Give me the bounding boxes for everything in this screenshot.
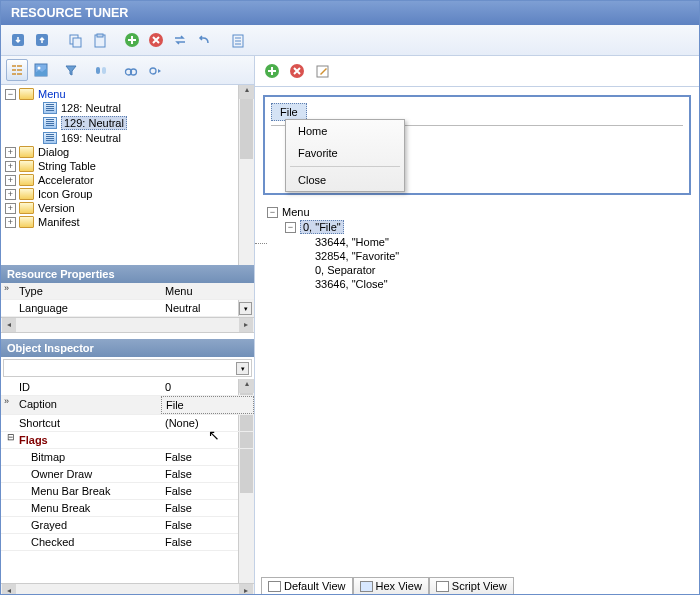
mt-node-sep[interactable]: 0, Separator [315,264,376,276]
flag-name: Owner Draw [1,466,161,482]
left-panel: ▴ −Menu 128: Neutral 129: Neutral 169: N… [1,56,255,595]
toggle-icon[interactable] [90,59,112,81]
tree-leaf[interactable]: 128: Neutral [61,102,121,114]
scroll-left-icon[interactable]: ◂ [2,584,16,595]
undo-icon[interactable] [193,29,215,51]
find-next-icon[interactable] [144,59,166,81]
expand-icon[interactable]: + [5,217,16,228]
tree-leaf[interactable]: 169: Neutral [61,132,121,144]
collapse-icon[interactable]: − [285,222,296,233]
expand-icon[interactable]: + [5,203,16,214]
delete-icon[interactable] [286,60,308,82]
flag-value[interactable]: False [161,483,254,499]
filter-icon[interactable] [60,59,82,81]
popup-item-favorite[interactable]: Favorite [286,142,404,164]
flag-name: Menu Break [1,500,161,516]
tree-root[interactable]: Menu [38,88,66,100]
resource-tree[interactable]: ▴ −Menu 128: Neutral 129: Neutral 169: N… [1,85,254,265]
upload-icon[interactable] [31,29,53,51]
svg-rect-3 [73,38,81,47]
tree-sibling[interactable]: Dialog [38,146,69,158]
folder-icon [19,146,34,158]
flag-name: Grayed [1,517,161,533]
svg-point-15 [150,68,156,74]
tree-vscroll[interactable]: ▴ [238,85,254,265]
main-toolbar [1,25,699,56]
flag-name: Menu Bar Break [1,483,161,499]
tree-sibling[interactable]: String Table [38,160,96,172]
folder-icon [19,216,34,228]
insp-value-editing[interactable]: File [161,396,254,414]
edit-icon[interactable] [311,60,333,82]
mt-node-file[interactable]: 0, "File" [300,220,344,234]
svg-rect-5 [97,34,103,37]
mt-node-close[interactable]: 33646, "Close" [315,278,388,290]
tab-icon [268,581,281,592]
flag-value[interactable]: False [161,449,254,465]
replace-icon[interactable] [169,29,191,51]
flag-value[interactable]: False [161,466,254,482]
expand-icon[interactable]: + [5,161,16,172]
title-bar: RESOURCE TUNER [1,1,699,25]
menu-structure-tree[interactable]: −Menu −0, "File" 33644, "Home" 32854, "F… [263,205,691,291]
tree-toolbar [1,56,254,85]
inspector-hscroll[interactable]: ◂▸ [1,583,254,595]
expand-icon[interactable]: + [5,189,16,200]
download-icon[interactable] [7,29,29,51]
expand-icon[interactable]: + [5,175,16,186]
insp-value[interactable]: (None) [161,415,254,431]
flag-value[interactable]: False [161,517,254,533]
collapse-icon[interactable]: − [5,89,16,100]
tree-sibling[interactable]: Version [38,202,75,214]
scroll-left-icon[interactable]: ◂ [2,318,16,332]
dropdown-icon[interactable]: ▾ [239,302,252,315]
prop-name: Type [1,283,161,299]
svg-point-10 [38,67,41,70]
prop-value[interactable]: Menu [161,283,254,299]
flag-name: Bitmap [1,449,161,465]
inspector-header: Object Inspector [1,339,254,357]
tree-view-icon[interactable] [6,59,28,81]
tab-icon [360,581,373,592]
image-view-icon[interactable] [30,59,52,81]
insp-value[interactable]: 0 [161,379,254,395]
svg-rect-12 [102,67,106,74]
collapse-icon[interactable]: − [267,207,278,218]
mt-node-home[interactable]: 33644, "Home" [315,236,389,248]
mt-root[interactable]: Menu [282,206,310,218]
copy-icon[interactable] [64,29,86,51]
add-icon[interactable] [121,29,143,51]
dropdown-icon[interactable]: ▾ [236,362,249,375]
scroll-right-icon[interactable]: ▸ [239,584,253,595]
popup-item-home[interactable]: Home [286,120,404,142]
popup-item-close[interactable]: Close [286,169,404,191]
delete-icon[interactable] [145,29,167,51]
resource-icon [43,132,57,144]
tab-default-view[interactable]: Default View [261,577,353,595]
scroll-up-icon[interactable]: ▴ [239,85,254,99]
scroll-right-icon[interactable]: ▸ [239,318,253,332]
expand-icon[interactable]: ⊟ [7,432,15,442]
add-icon[interactable] [261,60,283,82]
binoculars-icon[interactable] [120,59,142,81]
folder-icon [19,188,34,200]
tree-sibling[interactable]: Accelerator [38,174,94,186]
prop-value[interactable]: Neutral▾ [161,300,254,316]
flag-value[interactable]: False [161,534,254,550]
tree-leaf-selected[interactable]: 129: Neutral [61,116,127,130]
folder-open-icon [19,88,34,100]
inspector-selector[interactable]: ▾ [3,359,252,377]
flag-value[interactable]: False [161,500,254,516]
tree-sibling[interactable]: Manifest [38,216,80,228]
tab-hex-view[interactable]: Hex View [353,577,429,595]
row-marker-icon: » [4,283,9,293]
scroll-thumb[interactable] [240,99,253,159]
expand-icon[interactable]: + [5,147,16,158]
list-icon[interactable] [226,29,248,51]
tab-script-view[interactable]: Script View [429,577,514,595]
paste-icon[interactable] [88,29,110,51]
tree-sibling[interactable]: Icon Group [38,188,92,200]
prop-name: Language [1,300,161,316]
props-hscroll[interactable]: ◂▸ [1,317,254,333]
mt-node-favorite[interactable]: 32854, "Favorite" [315,250,399,262]
